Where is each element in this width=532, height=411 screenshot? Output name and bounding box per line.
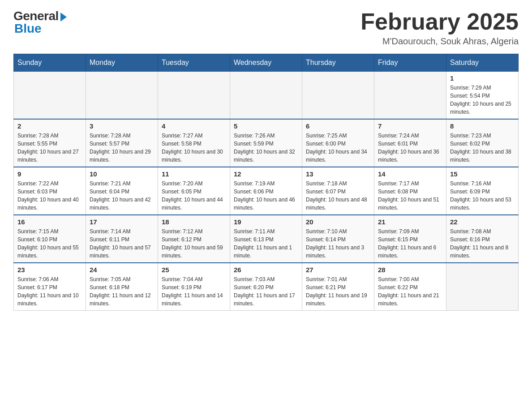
calendar-week-row: 16Sunrise: 7:15 AMSunset: 6:10 PMDayligh… <box>14 215 519 263</box>
day-info: Sunrise: 7:00 AMSunset: 6:22 PMDaylight:… <box>378 275 442 308</box>
day-info: Sunrise: 7:05 AMSunset: 6:18 PMDaylight:… <box>90 275 154 308</box>
calendar-day-cell: 13Sunrise: 7:18 AMSunset: 6:07 PMDayligh… <box>302 167 374 215</box>
calendar-day-cell: 12Sunrise: 7:19 AMSunset: 6:06 PMDayligh… <box>230 167 302 215</box>
day-info: Sunrise: 7:20 AMSunset: 6:05 PMDaylight:… <box>162 180 226 212</box>
day-info: Sunrise: 7:19 AMSunset: 6:06 PMDaylight:… <box>234 180 298 212</box>
day-number: 10 <box>90 170 154 178</box>
day-number: 26 <box>234 266 298 274</box>
day-number: 19 <box>234 218 298 226</box>
day-info: Sunrise: 7:12 AMSunset: 6:12 PMDaylight:… <box>162 227 226 260</box>
day-info: Sunrise: 7:06 AMSunset: 6:17 PMDaylight:… <box>17 275 82 308</box>
calendar-day-cell <box>14 72 86 120</box>
day-number: 4 <box>162 122 226 130</box>
day-number: 21 <box>378 218 442 226</box>
day-info: Sunrise: 7:18 AMSunset: 6:07 PMDaylight:… <box>306 180 370 212</box>
day-number: 27 <box>306 266 370 274</box>
day-number: 15 <box>450 170 515 178</box>
day-info: Sunrise: 7:01 AMSunset: 6:21 PMDaylight:… <box>306 275 370 308</box>
calendar-day-cell: 15Sunrise: 7:16 AMSunset: 6:09 PMDayligh… <box>446 167 519 215</box>
day-number: 5 <box>234 122 298 130</box>
day-of-week-header: Friday <box>374 54 446 72</box>
calendar-day-cell <box>446 263 519 311</box>
day-number: 22 <box>450 218 515 226</box>
calendar-day-cell: 9Sunrise: 7:22 AMSunset: 6:03 PMDaylight… <box>14 167 86 215</box>
day-info: Sunrise: 7:26 AMSunset: 5:59 PMDaylight:… <box>234 132 298 164</box>
day-of-week-header: Saturday <box>446 54 519 72</box>
day-info: Sunrise: 7:04 AMSunset: 6:19 PMDaylight:… <box>162 275 226 308</box>
day-number: 13 <box>306 170 370 178</box>
day-number: 2 <box>17 122 82 130</box>
calendar-day-cell <box>158 72 230 120</box>
calendar-day-cell: 22Sunrise: 7:08 AMSunset: 6:16 PMDayligh… <box>446 215 519 263</box>
day-number: 12 <box>234 170 298 178</box>
day-info: Sunrise: 7:27 AMSunset: 5:58 PMDaylight:… <box>162 132 226 164</box>
title-section: February 2025 M'Daourouch, Souk Ahras, A… <box>360 9 519 47</box>
day-number: 24 <box>90 266 154 274</box>
calendar-day-cell: 24Sunrise: 7:05 AMSunset: 6:18 PMDayligh… <box>86 263 158 311</box>
day-of-week-header: Tuesday <box>158 54 230 72</box>
calendar-day-cell: 25Sunrise: 7:04 AMSunset: 6:19 PMDayligh… <box>158 263 230 311</box>
page-header: General Blue February 2025 M'Daourouch, … <box>13 9 519 47</box>
calendar-day-cell <box>86 72 158 120</box>
day-number: 28 <box>378 266 442 274</box>
calendar-day-cell: 23Sunrise: 7:06 AMSunset: 6:17 PMDayligh… <box>14 263 86 311</box>
day-number: 14 <box>378 170 442 178</box>
day-info: Sunrise: 7:23 AMSunset: 6:02 PMDaylight:… <box>450 132 515 164</box>
day-info: Sunrise: 7:29 AMSunset: 5:54 PMDaylight:… <box>450 84 515 116</box>
location-subtitle: M'Daourouch, Souk Ahras, Algeria <box>360 36 519 47</box>
day-info: Sunrise: 7:24 AMSunset: 6:01 PMDaylight:… <box>378 132 442 164</box>
day-info: Sunrise: 7:28 AMSunset: 5:55 PMDaylight:… <box>17 132 82 164</box>
day-info: Sunrise: 7:17 AMSunset: 6:08 PMDaylight:… <box>378 180 442 212</box>
calendar-table: SundayMondayTuesdayWednesdayThursdayFrid… <box>13 54 519 311</box>
calendar-day-cell: 7Sunrise: 7:24 AMSunset: 6:01 PMDaylight… <box>374 119 446 167</box>
calendar-day-cell <box>302 72 374 120</box>
day-of-week-header: Wednesday <box>230 54 302 72</box>
logo-arrow-icon <box>60 13 67 21</box>
calendar-day-cell: 11Sunrise: 7:20 AMSunset: 6:05 PMDayligh… <box>158 167 230 215</box>
day-info: Sunrise: 7:08 AMSunset: 6:16 PMDaylight:… <box>450 227 515 260</box>
calendar-day-cell <box>374 72 446 120</box>
calendar-day-cell: 19Sunrise: 7:11 AMSunset: 6:13 PMDayligh… <box>230 215 302 263</box>
day-info: Sunrise: 7:28 AMSunset: 5:57 PMDaylight:… <box>90 132 154 164</box>
day-number: 8 <box>450 122 515 130</box>
day-info: Sunrise: 7:14 AMSunset: 6:11 PMDaylight:… <box>90 227 154 260</box>
day-info: Sunrise: 7:11 AMSunset: 6:13 PMDaylight:… <box>234 227 298 260</box>
day-number: 16 <box>17 218 82 226</box>
day-info: Sunrise: 7:25 AMSunset: 6:00 PMDaylight:… <box>306 132 370 164</box>
day-info: Sunrise: 7:10 AMSunset: 6:14 PMDaylight:… <box>306 227 370 260</box>
calendar-day-cell: 17Sunrise: 7:14 AMSunset: 6:11 PMDayligh… <box>86 215 158 263</box>
day-info: Sunrise: 7:09 AMSunset: 6:15 PMDaylight:… <box>378 227 442 260</box>
logo: General Blue <box>13 9 67 36</box>
day-info: Sunrise: 7:21 AMSunset: 6:04 PMDaylight:… <box>90 180 154 212</box>
day-info: Sunrise: 7:22 AMSunset: 6:03 PMDaylight:… <box>17 180 82 212</box>
day-number: 17 <box>90 218 154 226</box>
calendar-day-cell: 6Sunrise: 7:25 AMSunset: 6:00 PMDaylight… <box>302 119 374 167</box>
day-number: 3 <box>90 122 154 130</box>
calendar-day-cell: 2Sunrise: 7:28 AMSunset: 5:55 PMDaylight… <box>14 119 86 167</box>
calendar-day-cell: 10Sunrise: 7:21 AMSunset: 6:04 PMDayligh… <box>86 167 158 215</box>
day-of-week-header: Sunday <box>14 54 86 72</box>
calendar-day-cell: 20Sunrise: 7:10 AMSunset: 6:14 PMDayligh… <box>302 215 374 263</box>
day-info: Sunrise: 7:03 AMSunset: 6:20 PMDaylight:… <box>234 275 298 308</box>
calendar-day-cell: 8Sunrise: 7:23 AMSunset: 6:02 PMDaylight… <box>446 119 519 167</box>
day-number: 18 <box>162 218 226 226</box>
calendar-day-cell: 14Sunrise: 7:17 AMSunset: 6:08 PMDayligh… <box>374 167 446 215</box>
calendar-day-cell: 5Sunrise: 7:26 AMSunset: 5:59 PMDaylight… <box>230 119 302 167</box>
day-number: 6 <box>306 122 370 130</box>
day-number: 25 <box>162 266 226 274</box>
calendar-title: February 2025 <box>360 9 519 34</box>
day-number: 7 <box>378 122 442 130</box>
calendar-week-row: 23Sunrise: 7:06 AMSunset: 6:17 PMDayligh… <box>14 263 519 311</box>
calendar-day-cell: 18Sunrise: 7:12 AMSunset: 6:12 PMDayligh… <box>158 215 230 263</box>
day-number: 11 <box>162 170 226 178</box>
calendar-week-row: 2Sunrise: 7:28 AMSunset: 5:55 PMDaylight… <box>14 119 519 167</box>
calendar-day-cell: 1Sunrise: 7:29 AMSunset: 5:54 PMDaylight… <box>446 72 519 120</box>
calendar-week-row: 9Sunrise: 7:22 AMSunset: 6:03 PMDaylight… <box>14 167 519 215</box>
calendar-day-cell <box>230 72 302 120</box>
calendar-day-cell: 27Sunrise: 7:01 AMSunset: 6:21 PMDayligh… <box>302 263 374 311</box>
day-number: 23 <box>17 266 82 274</box>
logo-blue-text: Blue <box>14 21 42 36</box>
day-info: Sunrise: 7:16 AMSunset: 6:09 PMDaylight:… <box>450 180 515 212</box>
calendar-header-row: SundayMondayTuesdayWednesdayThursdayFrid… <box>14 54 519 72</box>
calendar-day-cell: 28Sunrise: 7:00 AMSunset: 6:22 PMDayligh… <box>374 263 446 311</box>
